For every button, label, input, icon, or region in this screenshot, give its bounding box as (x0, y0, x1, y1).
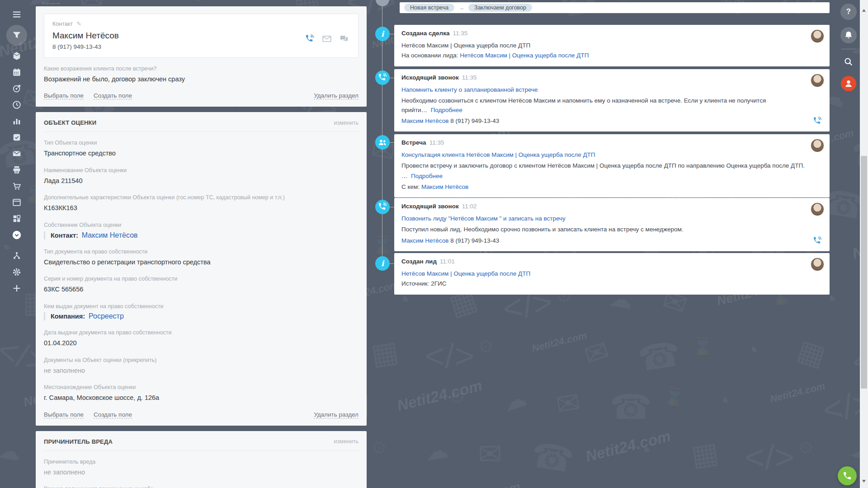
sidebar-item-time[interactable] (0, 97, 33, 113)
field[interactable]: Причинитель вреда не заполнено (44, 458, 359, 477)
field-links-row: Выбрать поле Создать поле Удалить раздел (44, 92, 359, 99)
lead-link[interactable]: Нетёсов Максим | Оценка ущерба после ДТП (460, 52, 589, 59)
sidebar-item-print[interactable] (0, 162, 33, 178)
card-body: Необходимо созвониться с клиентом Нетёсо… (401, 96, 822, 115)
timeline-card-outgoing-call[interactable]: Исходящий звонок11:35 Напомнить клиенту … (394, 69, 830, 131)
section-title: ПРИЧИНИТЕЛЬ ВРЕДА (44, 438, 113, 445)
lead-link[interactable]: Нетёсов Максим | Оценка ущерба после ДТП (401, 270, 530, 277)
sidebar-item-calendar[interactable] (0, 64, 33, 80)
section-title: ОБЪЕКТ ОЦЕНКИ (44, 119, 96, 126)
sidebar-item-reports[interactable] (0, 113, 33, 129)
timeline-card-lead-created[interactable]: Создан лид11:01 Нетёсов Максим | Оценка … (394, 253, 830, 295)
avatar (811, 74, 824, 87)
create-field-link[interactable]: Создать поле (94, 411, 132, 418)
search-button[interactable] (837, 52, 860, 72)
stage-chip-from[interactable]: Новая встреча (404, 4, 454, 12)
call-icon[interactable] (812, 236, 822, 246)
avatar (811, 29, 824, 43)
sidebar-item-settings[interactable] (0, 264, 33, 280)
mail-icon[interactable] (322, 34, 332, 44)
activity-subject-link[interactable]: Напомнить клиенту о запланированной встр… (401, 86, 538, 93)
card-time: 11:02 (462, 203, 477, 210)
help-button[interactable]: ? (837, 0, 860, 23)
contact-card[interactable]: Контакт✎ Максим Нетёсов 8 (917) 949-13-4… (44, 14, 359, 58)
scroll-up-arrow-icon[interactable] (860, 7, 868, 14)
field[interactable]: Размер полученного возмещения ущерба не … (44, 485, 359, 488)
edit-section-link[interactable]: изменить (334, 120, 359, 126)
delete-section-link[interactable]: Удалить раздел (314, 411, 359, 418)
timeline-card-outgoing-call[interactable]: Исходящий звонок11:02 Позвонить лиду "Не… (394, 198, 830, 251)
select-field-link[interactable]: Выбрать поле (44, 92, 84, 99)
field[interactable]: Кем выдан документ на право собственност… (44, 303, 359, 321)
activity-subject-link[interactable]: Консультация клиента Нетёсов Максим | Оц… (401, 151, 595, 158)
field[interactable]: Дата выдачи документа на право собственн… (44, 329, 359, 347)
field[interactable]: Серия и номер документа на право собстве… (44, 275, 359, 294)
question-field[interactable]: Какие возражения клиента после встречи? … (44, 65, 359, 84)
contact-link[interactable]: Максим Нетёсов (421, 183, 468, 190)
deal-detail-panel: Клиент Контакт✎ Максим Нетёсов 8 (917) 9… (36, 0, 367, 488)
field-label: Какие возражения клиента после встречи? (44, 65, 359, 73)
menu-icon[interactable] (0, 6, 33, 23)
damage-causer-block: ПРИЧИНИТЕЛЬ ВРЕДА изменить Причинитель в… (36, 431, 367, 488)
avatar (811, 139, 824, 152)
edit-pencil-icon[interactable]: ✎ (76, 20, 81, 27)
sidebar-item-sites[interactable] (0, 194, 33, 211)
timeline-card-meeting[interactable]: Встреча11:35 Консультация клиента Нетёсо… (394, 134, 830, 197)
sidebar-item-mail[interactable] (0, 145, 33, 162)
delete-section-link[interactable]: Удалить раздел (314, 92, 359, 99)
stage-chip-to[interactable]: Заключаем договор (468, 4, 532, 12)
create-field-link[interactable]: Создать поле (94, 92, 132, 99)
profile-button[interactable] (837, 72, 860, 95)
edit-section-link[interactable]: изменить (334, 438, 359, 445)
field[interactable]: Наименование Объекта оценки Лада 211540 (44, 167, 359, 185)
sidebar-item-apps[interactable] (0, 211, 33, 227)
card-contact-row: Максим Нетёсов 8 (917) 949-13-43 (401, 117, 822, 126)
contact-card-label: Контакт✎ (52, 20, 350, 27)
scroll-down-arrow-icon[interactable] (860, 478, 868, 484)
card-body: Поступил новый лид. Необходимо срочно по… (401, 225, 822, 234)
card-time: 11:35 (429, 139, 444, 146)
info-icon: i (375, 256, 390, 271)
valuation-object-block: ОБЪЕКТ ОЦЕНКИ изменить Тип Объекта оценк… (36, 112, 367, 425)
call-icon[interactable] (812, 116, 822, 126)
scrollbar[interactable] (860, 0, 868, 488)
card-body: Источник: 2ГИС (401, 279, 822, 288)
field[interactable]: Тип Объекта оценки Транспортное средство (44, 139, 359, 158)
field-links-row: Выбрать поле Создать поле Удалить раздел (44, 411, 359, 418)
chat-icon[interactable] (339, 34, 349, 44)
sidebar-item-shop[interactable] (0, 178, 33, 194)
call-button[interactable] (838, 466, 857, 485)
sidebar-add-icon[interactable] (0, 280, 33, 296)
phone-icon (375, 200, 390, 214)
contact-link[interactable]: Максим Нетёсов (401, 117, 448, 124)
sidebar-item-goals[interactable] (0, 80, 33, 97)
sidebar-item-structure[interactable] (0, 248, 33, 264)
card-with-row: С кем: Максим Нетёсов (401, 183, 822, 192)
notifications-button[interactable] (837, 23, 860, 47)
more-link[interactable]: Подробнее (431, 107, 462, 113)
contact-link[interactable]: Максим Нетёсов (401, 237, 448, 244)
more-link[interactable]: Подробнее (411, 173, 443, 179)
field[interactable]: Местонахождение Объекта оценки г. Самара… (44, 384, 359, 402)
phone-icon[interactable] (305, 34, 315, 44)
divider (841, 49, 856, 49)
profile-avatar-icon (841, 76, 856, 91)
timeline-card-deal-created[interactable]: Создана сделка11:35 Нетёсов Максим | Оце… (394, 25, 830, 66)
sidebar-item-products[interactable] (0, 48, 33, 64)
field[interactable]: Тип документа на право собственности Сви… (44, 248, 359, 267)
sidebar-item-tasks[interactable] (0, 129, 33, 145)
select-field-link[interactable]: Выбрать поле (44, 411, 84, 418)
scrollbar-thumb[interactable] (861, 156, 867, 389)
card-title: Встреча11:35 (401, 139, 822, 146)
sidebar-expand-icon[interactable] (0, 227, 33, 243)
company-link[interactable]: Росреестр (89, 312, 124, 320)
activity-subject-link[interactable]: Позвонить лиду "Нетёсов Максим " и запис… (401, 215, 566, 222)
card-time: 11:35 (453, 30, 467, 37)
sidebar-item-crm[interactable] (0, 27, 33, 43)
contact-link[interactable]: Максим Нетёсов (82, 231, 138, 239)
field[interactable]: Дополнительные характеристики Объекта оц… (44, 194, 359, 212)
field[interactable]: Собственник Объекта оценки Контакт: Макс… (44, 221, 359, 239)
left-sidebar (0, 0, 33, 488)
phone-icon (375, 70, 390, 85)
field[interactable]: Документы на Объект оценки (прикрепить) … (44, 357, 359, 375)
